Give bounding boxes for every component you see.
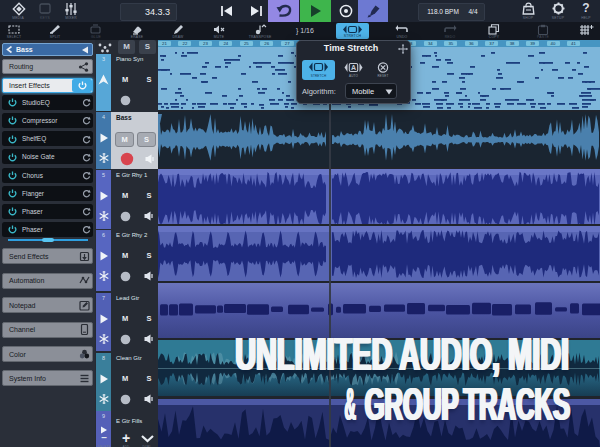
svg-text:A: A <box>351 64 356 71</box>
